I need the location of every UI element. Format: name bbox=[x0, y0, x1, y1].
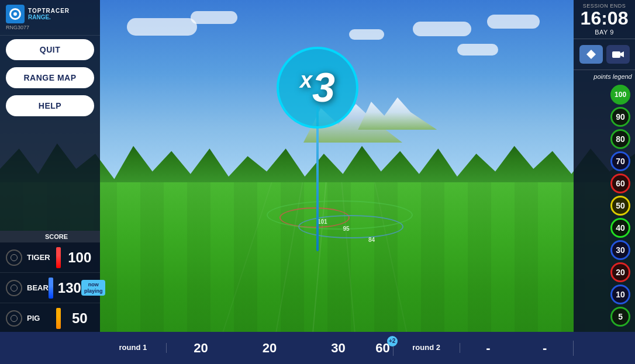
cloud bbox=[457, 44, 498, 56]
tiger-icon-inner bbox=[11, 254, 18, 261]
legend-circle-80: 80 bbox=[610, 129, 630, 149]
pig-color-bar bbox=[56, 308, 61, 329]
right-sidebar: SESSION ENDS 16:08 BAY 9 points legend 1… bbox=[574, 0, 635, 364]
cloud bbox=[191, 11, 237, 24]
diamond-icon bbox=[585, 48, 597, 60]
pig-name: PIG bbox=[27, 314, 56, 323]
quit-button[interactable]: QUIT bbox=[6, 39, 94, 60]
legend-circle-20: 20 bbox=[610, 262, 630, 282]
player-row-tiger: TIGER 100 bbox=[0, 242, 100, 273]
round1-scores: 20 20 30 60 +2 bbox=[167, 341, 394, 356]
bear-score: 130 bbox=[58, 280, 81, 296]
legend-circle-10: 10 bbox=[610, 285, 630, 304]
round1-score-3: 30 bbox=[304, 341, 373, 356]
score-header-label: SCORE bbox=[45, 233, 68, 240]
round1-score-4-wrap: 60 +2 bbox=[372, 341, 392, 356]
legend-title: points legend bbox=[577, 73, 632, 80]
round1-label: round 1 bbox=[119, 343, 147, 352]
bear-color-bar bbox=[49, 278, 53, 299]
legend-item-30: 30 bbox=[578, 240, 630, 260]
legend-circle-30: 30 bbox=[610, 240, 630, 260]
view-toggle bbox=[574, 39, 635, 70]
tiger-score: 100 bbox=[65, 249, 95, 266]
legend-item-40: 40 bbox=[578, 218, 630, 238]
left-sidebar: TOPTRACER RANGE. RNG3077 QUIT RANGE MAP … bbox=[0, 0, 100, 364]
help-button[interactable]: HELP bbox=[6, 95, 94, 116]
legend-item-20: 20 bbox=[578, 262, 630, 282]
toptracer-logo-icon bbox=[6, 5, 25, 23]
range-map-button[interactable]: RANGE MAP bbox=[6, 67, 94, 88]
round2-score-1: - bbox=[460, 341, 517, 356]
round2-label: round 2 bbox=[412, 343, 440, 352]
svg-rect-1 bbox=[612, 51, 620, 58]
cloud bbox=[349, 29, 384, 40]
timer-value: 16:08 bbox=[574, 9, 635, 27]
bear-icon bbox=[6, 280, 22, 296]
cloud bbox=[413, 22, 471, 36]
tiger-name: TIGER bbox=[27, 253, 56, 262]
legend-item-5: 5 bbox=[578, 307, 630, 327]
multiplier-circle: x3 bbox=[277, 47, 358, 129]
bear-icon-inner bbox=[11, 285, 18, 292]
round1-score-1: 20 bbox=[167, 341, 236, 356]
svg-marker-2 bbox=[620, 51, 624, 57]
bear-name: BEAR bbox=[27, 283, 49, 292]
tiger-color-bar bbox=[56, 247, 61, 268]
legend-circle-50: 50 bbox=[610, 196, 630, 216]
legend-item-90: 90 bbox=[578, 107, 630, 127]
logo-area: TOPTRACER RANGE. RNG3077 bbox=[0, 0, 100, 36]
logo-circle bbox=[9, 8, 21, 20]
sidebar-spacer bbox=[0, 120, 100, 231]
session-id: RNG3077 bbox=[6, 25, 94, 30]
session-timer: SESSION ENDS 16:08 BAY 9 bbox=[574, 0, 635, 39]
legend-circle-70: 70 bbox=[610, 151, 630, 171]
score-header: SCORE bbox=[0, 231, 100, 242]
legend-circle-100: 100 bbox=[610, 85, 630, 105]
camera-icon bbox=[612, 49, 624, 60]
legend-circle-5: 5 bbox=[610, 307, 630, 327]
points-legend: points legend 100 90 80 70 60 50 40 bbox=[574, 70, 635, 331]
legend-item-50: 50 bbox=[578, 196, 630, 216]
yard-marker-101: 101 bbox=[318, 219, 327, 225]
legend-circle-60: 60 bbox=[610, 174, 630, 193]
bay-text: BAY 9 bbox=[574, 29, 635, 36]
logo-text: TOPTRACER RANGE. bbox=[28, 8, 70, 20]
legend-circle-90: 90 bbox=[610, 107, 630, 127]
plus-badge: +2 bbox=[387, 336, 398, 346]
view-btn-diamond[interactable] bbox=[579, 45, 603, 64]
svg-marker-0 bbox=[586, 50, 596, 59]
logo-line1: TOPTRACER bbox=[28, 8, 70, 14]
round2-score-2: - bbox=[516, 341, 573, 356]
player-row-bear: BEAR 130 nowplaying bbox=[0, 273, 100, 303]
round2-section: round 2 bbox=[394, 343, 460, 353]
multiplier-display: x3 bbox=[300, 67, 335, 108]
legend-item-80: 80 bbox=[578, 129, 630, 149]
legend-item-70: 70 bbox=[578, 151, 630, 171]
tiger-icon bbox=[6, 249, 22, 266]
pig-score: 50 bbox=[65, 310, 95, 327]
legend-item-60: 60 bbox=[578, 174, 630, 193]
target-oval-green bbox=[267, 200, 413, 230]
pig-icon-inner bbox=[11, 315, 18, 322]
now-playing-badge: nowplaying bbox=[81, 280, 106, 296]
cloud bbox=[487, 15, 540, 29]
round1-section: round 1 bbox=[100, 343, 167, 353]
legend-item-10: 10 bbox=[578, 285, 630, 304]
legend-item-100: 100 bbox=[578, 85, 630, 105]
round1-score-2: 20 bbox=[235, 341, 304, 356]
pig-icon bbox=[6, 310, 22, 327]
round-scores: round 1 20 20 30 60 +2 round 2 - - bbox=[0, 332, 635, 364]
cloud bbox=[127, 18, 197, 36]
logo-line2: RANGE. bbox=[28, 14, 70, 20]
yard-marker-84: 84 bbox=[368, 237, 375, 243]
yard-marker-95: 95 bbox=[343, 226, 349, 232]
view-btn-camera[interactable] bbox=[606, 45, 630, 64]
round2-scores: - - bbox=[460, 341, 574, 356]
legend-circle-40: 40 bbox=[610, 218, 630, 238]
logo-dot bbox=[13, 12, 17, 16]
player-row-pig: PIG 50 bbox=[0, 303, 100, 334]
